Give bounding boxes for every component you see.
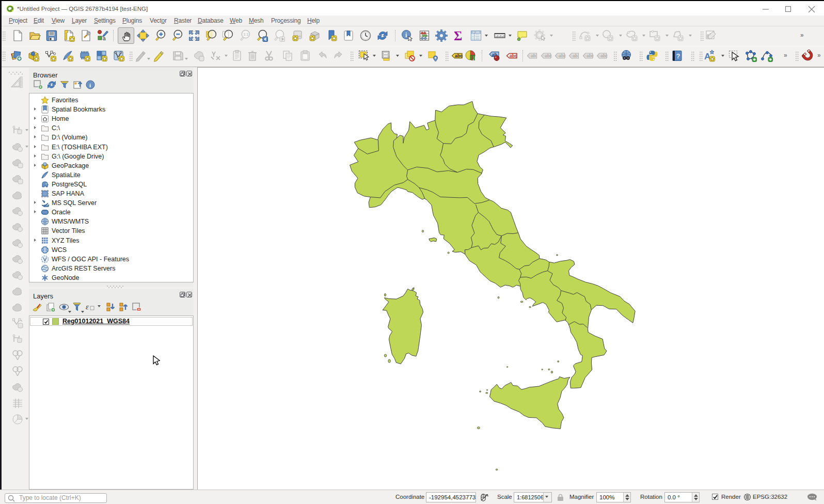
svg-text:abc: abc (587, 53, 594, 58)
svg-text:?: ? (676, 52, 680, 60)
svg-text:abc: abc (510, 53, 517, 58)
svg-text:1:1: 1:1 (243, 32, 248, 37)
svg-text:Σ: Σ (454, 29, 462, 42)
svg-text:ab: ab (573, 53, 578, 58)
svg-text:abc: abc (600, 53, 608, 58)
svg-text:abc: abc (455, 53, 463, 58)
svg-text:abc: abc (559, 53, 566, 58)
svg-text:abc: abc (545, 53, 552, 58)
svg-text:ab: ab (531, 53, 536, 58)
svg-text:a: a (103, 36, 106, 41)
svg-text:ε: ε (86, 303, 89, 311)
svg-text:i: i (89, 82, 91, 88)
